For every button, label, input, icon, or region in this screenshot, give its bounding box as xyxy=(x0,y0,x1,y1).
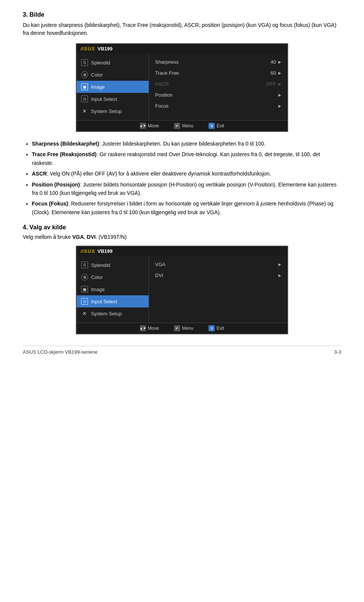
exit-label-2: Exit xyxy=(217,326,224,331)
sidebar-item-inputselect-2: ⊙ Input Select xyxy=(77,295,149,307)
vga-bold: VGA xyxy=(72,234,84,240)
menu-right-2: VGA ▶ DVI ▶ xyxy=(149,256,287,323)
footer-page: 3-3 xyxy=(334,349,341,355)
inputselect-icon-1: ⊙ xyxy=(81,96,88,102)
menu-label-1: Menu xyxy=(182,123,193,129)
focus-arrow: ▶ xyxy=(278,104,281,108)
vga-label: VGA xyxy=(155,262,165,267)
monitor-footer-1: ▲▼ Move ↵ Menu S Exit xyxy=(77,120,287,131)
section-4: 4. Valg av kilde Velg mellom å bruke VGA… xyxy=(23,224,341,241)
section4-heading: 4. Valg av kilde xyxy=(23,224,341,231)
menu-label-2: Menu xyxy=(182,326,193,331)
section4-intro: Velg mellom å bruke VGA, DVI. (VB199T/N) xyxy=(23,233,341,241)
right-item-tracefree: Trace Free 60 ▶ xyxy=(149,67,287,78)
sidebar-item-systemsetup-2: ✕ System Setup xyxy=(77,307,149,320)
list-item-ascr: ASCR: Velg ON (PÅ) eller OFF (AV) for å … xyxy=(32,169,341,178)
dvi-bold: DVI xyxy=(87,234,96,240)
ascr-label: ASCR xyxy=(155,81,169,87)
menu-sidebar-1: S Splendid ⊕ Color ▣ Image ⊙ Input Selec… xyxy=(77,53,149,120)
monitor-titlebar-1: /ISUS VB199 xyxy=(77,44,287,53)
footer-brand: ASUS LCD-skjerm VB199-seriene xyxy=(23,349,97,355)
monitor-footer-2: ▲▼ Move ↵ Menu S Exit xyxy=(77,323,287,334)
color-icon-1: ⊕ xyxy=(81,71,88,78)
splendid-icon-2: S xyxy=(81,262,88,268)
dvi-label: DVI xyxy=(155,273,163,278)
right-item-ascr: ASCR OFF ▶ xyxy=(149,78,287,89)
image-label-2: Image xyxy=(91,287,105,292)
systemsetup-label-1: System Setup xyxy=(91,108,122,114)
asus-logo-1: /ISUS xyxy=(80,46,95,52)
tracefree-arrow: ▶ xyxy=(278,71,281,75)
sharpness-arrow: ▶ xyxy=(278,60,281,64)
footer-exit-1: S Exit xyxy=(209,123,224,129)
color-label-1: Color xyxy=(91,72,103,78)
monitor-titlebar-2: /ISUS VB199 xyxy=(77,246,287,256)
right-item-sharpness: Sharpness 40 ▶ xyxy=(149,56,287,67)
right-item-position: Position ▶ xyxy=(149,89,287,100)
page-footer: ASUS LCD-skjerm VB199-seriene 3-3 xyxy=(23,346,341,355)
inputselect-label-1: Input Select xyxy=(91,96,117,102)
menu-sidebar-2: S Splendid ⊕ Color ▣ Image ⊙ Input Selec… xyxy=(77,256,149,323)
footer-move-1: ▲▼ Move xyxy=(140,123,159,129)
ascr-arrow: ▶ xyxy=(278,82,281,86)
vga-value: ▶ xyxy=(278,262,281,267)
feature-list: Sharpness (Bildeskarphet): Justerer bild… xyxy=(32,140,341,216)
right-item-vga: VGA ▶ xyxy=(149,259,287,270)
asus-logo-2: /ISUS xyxy=(80,248,95,254)
move-label-2: Move xyxy=(148,326,159,331)
menu-icon-2: ↵ xyxy=(174,325,180,331)
footer-move-2: ▲▼ Move xyxy=(140,325,159,331)
systemsetup-label-2: System Setup xyxy=(91,311,122,317)
list-item-position: Position (Posisjon): Justerer bildets ho… xyxy=(32,180,341,198)
monitor-content-2: S Splendid ⊕ Color ▣ Image ⊙ Input Selec… xyxy=(77,256,287,323)
image-label-1: Image xyxy=(91,84,105,90)
right-item-focus: Focus ▶ xyxy=(149,100,287,111)
tracefree-label: Trace Free xyxy=(155,70,179,76)
sidebar-item-systemsetup-1: ✕ System Setup xyxy=(77,105,149,117)
exit-label-1: Exit xyxy=(217,123,224,129)
position-value: ▶ xyxy=(278,93,281,97)
monitor-screenshot-2: /ISUS VB199 S Splendid ⊕ Color ▣ Image ⊙… xyxy=(76,246,288,334)
list-item-sharpness: Sharpness (Bildeskarphet): Justerer bild… xyxy=(32,140,341,148)
monitor-model-2: VB199 xyxy=(97,248,113,254)
image-icon-2: ▣ xyxy=(81,286,88,293)
sharpness-label: Sharpness xyxy=(155,59,179,65)
tracefree-value: 60 ▶ xyxy=(271,70,281,76)
position-arrow: ▶ xyxy=(278,93,281,97)
move-icon-1: ▲▼ xyxy=(140,123,146,129)
focus-label: Focus xyxy=(155,103,168,109)
vga-arrow: ▶ xyxy=(278,262,281,267)
splendid-icon-1: S xyxy=(81,59,88,66)
menu-icon-1: ↵ xyxy=(174,123,180,129)
sidebar-item-image-2: ▣ Image xyxy=(77,283,149,295)
sharpness-value: 40 ▶ xyxy=(271,59,281,65)
systemsetup-icon-1: ✕ xyxy=(81,108,88,114)
inputselect-icon-2: ⊙ xyxy=(81,298,88,305)
systemsetup-icon-2: ✕ xyxy=(81,310,88,317)
page-header: 3. Bilde Du kan justere sharpness (bilde… xyxy=(23,11,341,37)
footer-menu-2: ↵ Menu xyxy=(174,325,193,331)
sidebar-item-color-1: ⊕ Color xyxy=(77,69,149,81)
image-icon-1: ▣ xyxy=(81,83,88,90)
menu-right-1: Sharpness 40 ▶ Trace Free 60 ▶ ASCR OFF xyxy=(149,53,287,120)
intro-paragraph: Du kan justere sharpness (bildeskarphet)… xyxy=(23,21,341,37)
footer-exit-2: S Exit xyxy=(209,325,224,331)
right-item-dvi: DVI ▶ xyxy=(149,270,287,281)
footer-menu-1: ↵ Menu xyxy=(174,123,193,129)
focus-value: ▶ xyxy=(278,104,281,108)
exit-icon-2: S xyxy=(209,325,215,331)
position-bold: Position (Posisjon) xyxy=(32,182,80,188)
splendid-label-1: Splendid xyxy=(91,60,110,66)
ascr-bold: ASCR xyxy=(32,171,47,177)
monitor-model-1: VB199 xyxy=(97,46,113,52)
color-icon-2: ⊕ xyxy=(81,274,88,281)
sidebar-item-inputselect-1: ⊙ Input Select xyxy=(77,93,149,105)
section-heading: 3. Bilde xyxy=(23,11,341,18)
sidebar-item-splendid-1: S Splendid xyxy=(77,56,149,69)
inputselect-label-2: Input Select xyxy=(91,299,117,304)
tracefree-bold: Trace Free (Reaksjonstid) xyxy=(32,151,96,157)
sidebar-item-splendid-2: S Splendid xyxy=(77,259,149,271)
monitor-screenshot-1: /ISUS VB199 S Splendid ⊕ Color ▣ Image ⊙… xyxy=(76,43,288,132)
exit-icon-1: S xyxy=(209,123,215,129)
focus-bold: Focus (Fokus) xyxy=(32,201,68,207)
